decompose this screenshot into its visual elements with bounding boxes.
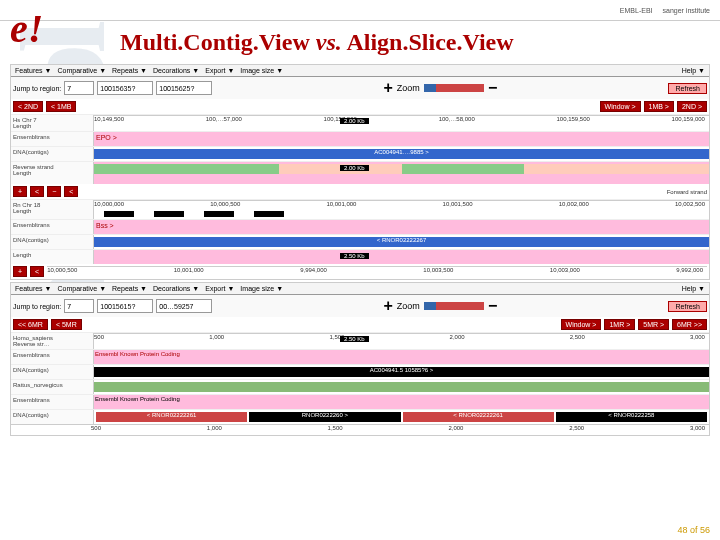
track-dna-label-2: DNA(contigs) [11, 235, 94, 249]
zoom-out-button[interactable]: − [488, 79, 497, 97]
jump2-chr-input[interactable] [64, 299, 94, 313]
ruler-2b: 10,000,50010,001,0009,994,00010,003,5001… [47, 266, 707, 277]
contig-4a[interactable]: < RNOR02222261 [96, 412, 247, 422]
rattus-label: Rattus_norvegicus [11, 380, 94, 394]
gray-band [94, 382, 709, 392]
contig-band-1[interactable]: AC004941.…9885 > [94, 149, 709, 159]
menu-bar-1: Features ▼ Comparative ▼ Repeats ▼ Decor… [11, 65, 709, 77]
nav3-plus[interactable]: + [13, 266, 27, 277]
menu-repeats[interactable]: Repeats ▼ [112, 67, 147, 74]
green-band-1 [94, 164, 709, 174]
nav-window[interactable]: Window > [600, 101, 641, 112]
zoom2-in[interactable]: + [384, 297, 393, 315]
contig-4b[interactable]: RNOR0222260 > [249, 412, 400, 422]
menu-imgsize[interactable]: Image size ▼ [240, 67, 283, 74]
contig-band-rno[interactable]: < RNOR02222267 [94, 237, 709, 247]
ruler-3: 5001,0001,5002,0002,5003,000 [94, 333, 709, 344]
nav2-lll[interactable]: − [47, 186, 61, 197]
menu-decorations[interactable]: Decorations ▼ [153, 67, 199, 74]
menu2-decorations[interactable]: Decorations ▼ [153, 285, 199, 292]
menu-bar-2: Features ▼ Comparative ▼ Repeats ▼ Decor… [11, 283, 709, 295]
nav4-r2[interactable]: 5MR > [638, 319, 669, 330]
menu2-repeats[interactable]: Repeats ▼ [112, 285, 147, 292]
page-title: Multi.Contig.View vs. Align.Slice.View [0, 21, 720, 64]
bss-label[interactable]: Bss > [94, 220, 709, 231]
nav3-l[interactable]: < [30, 266, 44, 277]
embl-ebi-label: EMBL-EBI [620, 7, 653, 14]
nav-right-2nd[interactable]: 2ND > [677, 101, 707, 112]
jump2-to-input[interactable] [156, 299, 212, 313]
menu2-export[interactable]: Export ▼ [205, 285, 234, 292]
zoom-label: Zoom [397, 83, 420, 93]
ruler-4: 5001,0001,5002,0002,5003,000 [11, 424, 709, 435]
jump2-from-input[interactable] [97, 299, 153, 313]
scale-label-3: 2.50 Kb [340, 253, 369, 259]
jump-chr-input[interactable] [64, 81, 94, 95]
nav4-l[interactable]: < 5MR [51, 319, 82, 330]
scale-label-4: 2.50 Kb [340, 336, 369, 342]
refresh2-button[interactable]: Refresh [668, 301, 707, 312]
track-ens-label: Ensembltrans [11, 132, 94, 146]
menu-help[interactable]: Help ▼ [682, 67, 705, 74]
sanger-label: sanger institute [663, 7, 710, 14]
nav2-llll[interactable]: < [64, 186, 78, 197]
menu-export[interactable]: Export ▼ [205, 67, 234, 74]
contig-4c[interactable]: < RNOR02222261 [403, 412, 554, 422]
track-rev-label: Reverse strandLength [11, 162, 94, 184]
epo-label[interactable]: EPO > [94, 132, 709, 143]
nav4-ll[interactable]: << 6MR [13, 319, 48, 330]
page-number: 48 of 56 [677, 525, 710, 535]
nav4-win[interactable]: Window > [561, 319, 602, 330]
multicontig-panel: Features ▼ Comparative ▼ Repeats ▼ Decor… [10, 64, 710, 280]
track-len-label-2: Length [11, 250, 94, 264]
chr-label-hs: Hs Chr 7Length [11, 115, 94, 131]
top-bar: EMBL-EBI sanger institute [0, 0, 720, 21]
homo-label: Homo_sapiensReverse str… [11, 333, 94, 349]
ensprot-label-2: Ensembl Known Protein Coding [94, 395, 709, 403]
nav4-r1[interactable]: 1MR > [604, 319, 635, 330]
menu2-help[interactable]: Help ▼ [682, 285, 705, 292]
track-dna-label: DNA(contigs) [11, 147, 94, 161]
jump-to-input[interactable] [156, 81, 212, 95]
nav2-ll[interactable]: < [30, 186, 44, 197]
ensprot-label: Ensembl Known Protein Coding [94, 350, 709, 358]
zoom-in-button[interactable]: + [384, 79, 393, 97]
menu2-features[interactable]: Features ▼ [15, 285, 52, 292]
scale-label-2: 2.00 Kb [340, 165, 369, 171]
menu-features[interactable]: Features ▼ [15, 67, 52, 74]
alignslice-panel: Features ▼ Comparative ▼ Repeats ▼ Decor… [10, 282, 710, 436]
zoom2-bar[interactable] [424, 302, 484, 310]
nav-fwd-label: Forward strand [81, 189, 707, 195]
zoom2-out[interactable]: − [488, 297, 497, 315]
chr-label-rn: Rn Chr 18Length [11, 200, 94, 219]
jump2-label: Jump to region: [13, 303, 61, 310]
nav2-l[interactable]: + [13, 186, 27, 197]
menu-comparative[interactable]: Comparative ▼ [58, 67, 107, 74]
track-ens-label-3: Ensembltrans [11, 350, 94, 364]
track-ens-label-4: Ensembltrans [11, 395, 94, 409]
ruler-1: 10,149,500100,…57,000100,157,500100,…58,… [94, 115, 709, 126]
zoom-control: + Zoom − [215, 79, 665, 97]
track-dna-label-4: DNA(contigs) [11, 410, 94, 424]
jump-label: Jump to region: [13, 85, 61, 92]
jump-from-input[interactable] [97, 81, 153, 95]
contig-4d[interactable]: < RNOR0222258 [556, 412, 707, 422]
menu2-imgsize[interactable]: Image size ▼ [240, 285, 283, 292]
ruler-2: 10,000,00010,000,50010,001,00010,001,500… [94, 200, 709, 211]
menu2-comparative[interactable]: Comparative ▼ [58, 285, 107, 292]
refresh-button[interactable]: Refresh [668, 83, 707, 94]
ensembl-logo: e! [10, 5, 43, 52]
nav-left-1mb[interactable]: < 1MB [46, 101, 76, 112]
nav-right-1mb[interactable]: 1MB > [644, 101, 674, 112]
nav-left-2nd[interactable]: < 2ND [13, 101, 43, 112]
contig-band-3[interactable]: AC004941.5 10585?6 > [94, 367, 709, 377]
track-dna-label-3: DNA(contigs) [11, 365, 94, 379]
zoom-bar[interactable] [424, 84, 484, 92]
scale-label-1: 2.00 Kb [340, 118, 369, 124]
track-ens-label-2: Ensembltrans [11, 220, 94, 234]
nav4-r3[interactable]: 6MR >> [672, 319, 707, 330]
feature-row-1 [94, 211, 709, 219]
